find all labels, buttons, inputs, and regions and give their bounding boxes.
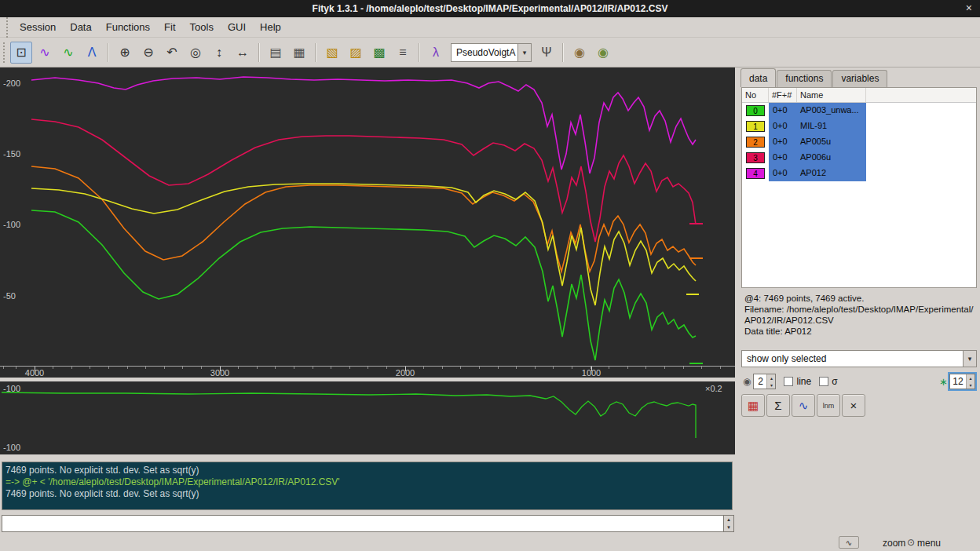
chevron-up-icon: ▴: [767, 374, 775, 381]
main-plot[interactable]: -200 -150 -100 -50 4000 3000 2000 1000: [0, 68, 735, 378]
zoom-out-button[interactable]: ⊖: [137, 42, 159, 64]
activate-data-mode-button[interactable]: ∿: [57, 42, 79, 64]
run-fit-button[interactable]: ◉: [592, 42, 614, 64]
aux-plot-config-button[interactable]: ∿: [839, 536, 859, 549]
open-data-append-button[interactable]: ▨: [345, 42, 367, 64]
tab-variables[interactable]: variables: [832, 70, 887, 87]
chevron-down-icon[interactable]: ▼: [724, 524, 733, 531]
toolbar-grip: [3, 42, 6, 63]
chevron-up-icon[interactable]: ▲: [724, 516, 733, 524]
menu-help[interactable]: Help: [253, 18, 288, 36]
zoom-select-mode-button[interactable]: ⊡: [10, 42, 32, 64]
zoom-all-icon: ◎: [190, 45, 201, 60]
dataset-fpd[interactable]: 0+0: [769, 103, 797, 119]
function-plot-button[interactable]: ∿: [792, 394, 815, 417]
zoom-select-mode-icon: ⊡: [16, 45, 26, 60]
menu-tools[interactable]: Tools: [183, 18, 221, 36]
point-size-value: 2: [754, 374, 766, 389]
show-filter-value: show only selected: [742, 353, 963, 364]
dataset-fpd[interactable]: 0+0: [769, 150, 797, 166]
close-window-button[interactable]: ×: [966, 2, 972, 14]
console-line: 7469 points. No explicit std. dev. Set a…: [5, 465, 729, 476]
shift-spinner[interactable]: 12 ▴▾: [949, 374, 975, 389]
menu-gui[interactable]: GUI: [221, 18, 253, 36]
sigma-checkbox[interactable]: [819, 377, 828, 386]
magnifier-icon: ⊙: [907, 537, 915, 548]
dataset-row[interactable]: 1 0+0 MIL-91: [742, 119, 976, 134]
dataset-name[interactable]: AP005u: [797, 134, 866, 150]
dataset-table: No #F+# Name 0 0+0 AP003_unwa... 1 0+0 M…: [741, 87, 977, 288]
output-console: 7469 points. No explicit std. dev. Set a…: [2, 462, 733, 510]
auxiliary-plot[interactable]: -100 -100 ×0.2: [0, 381, 735, 454]
dataset-row[interactable]: 2 0+0 AP005u: [742, 134, 976, 150]
zoom-all-button[interactable]: ◎: [185, 42, 207, 64]
zoom-in-icon: ⊕: [119, 45, 130, 60]
command-input-row: ▲ ▼: [2, 515, 734, 532]
zoom-horizontal-button[interactable]: ↔: [232, 42, 254, 64]
sidebar: data functions variables No #F+# Name 0 …: [739, 68, 980, 534]
data-transform-button[interactable]: λ: [425, 42, 447, 64]
dataset-fpd[interactable]: 0+0: [769, 119, 797, 134]
y-tick-label: -50: [3, 291, 16, 301]
add-peak-mode-button[interactable]: Λ: [81, 42, 103, 64]
console-line: 7469 points. No explicit std. dev. Set a…: [5, 488, 729, 500]
zoom-in-button[interactable]: ⊕: [114, 42, 136, 64]
point-size-spinner[interactable]: 2 ▴▾: [753, 374, 776, 389]
y-tick-label: -150: [3, 149, 20, 159]
aux-canvas: [0, 381, 735, 454]
show-filter-dropdown[interactable]: show only selected ▾: [741, 350, 977, 367]
zoom-vertical-button[interactable]: ↕: [208, 42, 230, 64]
run-script-button[interactable]: ◉: [569, 42, 591, 64]
delete-button[interactable]: ×: [842, 394, 865, 417]
grid-config-button[interactable]: ▦: [288, 42, 310, 64]
rename-button[interactable]: lnm: [817, 394, 840, 417]
dataset-name[interactable]: AP003_unwa...: [797, 103, 866, 119]
sum-icon: Σ: [774, 399, 781, 412]
dataset-fpd[interactable]: 0+0: [769, 134, 797, 150]
aux-y-bottom-label: -100: [3, 443, 20, 452]
auto-add-button[interactable]: Ψ: [536, 42, 558, 64]
tab-data[interactable]: data: [740, 68, 776, 87]
zoom-label[interactable]: zoom: [883, 538, 905, 549]
info-filename-cont: AP012/IR/AP012.CSV: [744, 315, 974, 326]
menu-fit[interactable]: Fit: [157, 18, 182, 36]
curve-ap012: [31, 77, 696, 173]
dataset-row[interactable]: 3 0+0 AP006u: [742, 150, 976, 166]
function-type-dropdown[interactable]: PseudoVoigtA ▾: [451, 43, 532, 62]
spectra-canvas: [0, 68, 735, 378]
dataset-fpd[interactable]: 0+0: [769, 166, 797, 181]
dataset-name[interactable]: AP006u: [797, 150, 866, 166]
menu-session[interactable]: Session: [13, 18, 63, 36]
chevron-down-icon: ▾: [963, 351, 976, 367]
command-input[interactable]: [2, 515, 724, 532]
edit-data-button[interactable]: ≡: [392, 42, 414, 64]
command-history-spinner[interactable]: ▲ ▼: [724, 515, 734, 532]
dataset-color-swatch: 3: [746, 152, 765, 163]
curve-mil91: [31, 184, 696, 305]
dataset-row[interactable]: 0 0+0 AP003_unwa...: [742, 103, 976, 119]
menubar-grip: [6, 17, 9, 38]
curve-ap006u: [31, 119, 696, 242]
dataset-name[interactable]: AP012: [797, 166, 866, 181]
menu-functions[interactable]: Functions: [99, 18, 157, 36]
chevron-down-icon: ▾: [517, 44, 531, 61]
dataset-color-swatch: 1: [746, 121, 765, 132]
open-data-icon: ▧: [326, 45, 338, 60]
line-checkbox[interactable]: [784, 377, 793, 386]
menu-label[interactable]: menu: [917, 538, 941, 549]
tab-functions[interactable]: functions: [777, 70, 832, 87]
dataset-name[interactable]: MIL-91: [797, 119, 866, 134]
dataset-row[interactable]: 4 0+0 AP012: [742, 166, 976, 181]
sum-button[interactable]: Σ: [766, 394, 790, 417]
menu-data[interactable]: Data: [63, 18, 98, 36]
settings-button[interactable]: ▤: [265, 42, 287, 64]
add-peak-draw-mode-button[interactable]: ∿: [34, 42, 56, 64]
console-command-line: =-> @+ < '/home/aleplo/test/Desktop/IMAP…: [5, 476, 729, 488]
data-ops-icon: ▦: [748, 399, 759, 413]
export-plot-button[interactable]: ▩: [368, 42, 390, 64]
data-ops-button[interactable]: ▦: [741, 394, 765, 417]
statusbar: ∿ zoom ⊙ menu: [0, 534, 980, 551]
zoom-previous-button[interactable]: ↶: [161, 42, 183, 64]
open-data-button[interactable]: ▧: [321, 42, 343, 64]
x-tick-label: 2000: [396, 368, 415, 378]
